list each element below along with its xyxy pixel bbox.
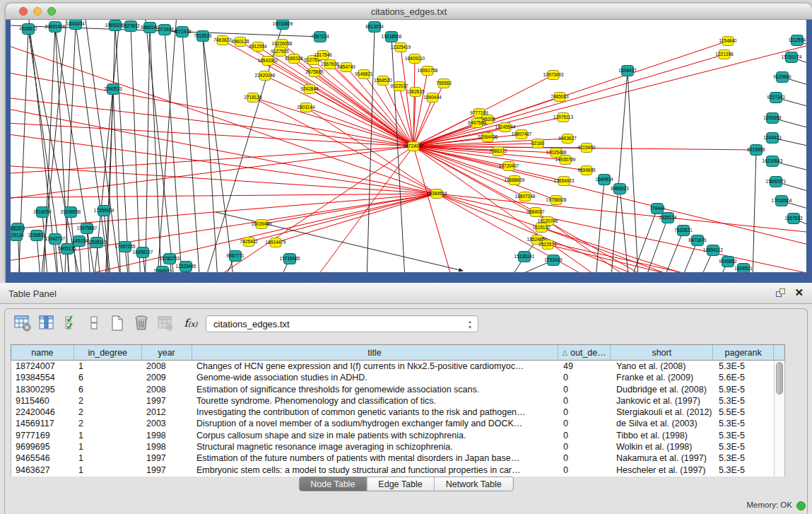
graph-node[interactable]: 9457771 [226, 251, 245, 262]
graph-node[interactable]: 9227343 [767, 93, 785, 103]
table-row[interactable]: 946554611997Estimation of the future num… [11, 452, 784, 464]
graph-node[interactable]: 15751074 [782, 52, 802, 63]
network-graph-svg[interactable]: 1872400719384554896012889129541822605891… [11, 20, 806, 272]
graph-node[interactable]: 7515526 [194, 31, 212, 42]
graph-node[interactable]: 12323445 [176, 262, 196, 272]
graph-node[interactable]: 1362615 [406, 88, 425, 97]
graph-node[interactable]: 1154840 [719, 37, 737, 46]
graph-node[interactable]: 1924501 [734, 264, 753, 273]
close-panel-icon[interactable]: ✕ [794, 286, 804, 299]
graph-node[interactable]: 16961758 [418, 66, 438, 76]
graph-node[interactable]: 1209358 [763, 113, 782, 124]
table-mode-button[interactable] [13, 314, 32, 332]
table-row[interactable]: 946362711997Embryonic stem cells: a mode… [11, 465, 784, 476]
graph-node[interactable]: 12975113 [553, 113, 574, 122]
graph-node[interactable]: 16543362 [258, 57, 278, 66]
table-selector-combobox[interactable]: citations_edges.txt ▲▼ [206, 315, 478, 332]
graph-node[interactable]: 9684067 [526, 208, 545, 217]
graph-node[interactable]: 10654112 [703, 245, 724, 256]
graph-node[interactable]: 1615132 [532, 223, 551, 233]
show-columns-button[interactable] [37, 314, 56, 332]
graph-node[interactable]: 129134 [11, 230, 24, 241]
graph-node[interactable]: 1167533 [785, 214, 803, 224]
graph-node[interactable]: 13654923 [554, 177, 575, 186]
graph-node[interactable]: 8958923 [611, 184, 629, 194]
column-header-pagerank[interactable]: pagerank [713, 345, 774, 360]
graph-node[interactable]: 18807248 [515, 192, 536, 201]
graph-node[interactable]: 7425402 [240, 238, 258, 247]
select-columns-button[interactable] [63, 314, 81, 332]
graph-node[interactable]: 6497568 [468, 119, 486, 128]
graph-node[interactable]: 16914479 [266, 238, 286, 247]
graph-node[interactable]: 2522574 [539, 240, 557, 250]
graph-node[interactable]: 19756928 [546, 196, 567, 205]
graph-node[interactable]: 1733426 [544, 255, 563, 266]
column-stack-button[interactable] [86, 314, 104, 332]
graph-node[interactable]: 4935572 [19, 24, 37, 35]
graph-node[interactable]: 9463627 [558, 134, 577, 144]
function-builder-button[interactable]: f(x) [182, 314, 200, 332]
tab-edge-table[interactable]: Edge Table [367, 477, 434, 491]
column-header-short[interactable]: short [611, 345, 713, 360]
table-row[interactable]: 1830029562008Estimation of significance … [11, 384, 784, 395]
table-row[interactable]: 911546021997Tourette syndrome. Phenomeno… [11, 395, 784, 407]
graph-node[interactable]: 4671938 [173, 27, 192, 37]
scrollbar-thumb[interactable] [776, 362, 783, 395]
graph-node[interactable]: 16210643 [763, 156, 783, 167]
graph-node[interactable]: 1244413 [763, 133, 782, 144]
graph-node[interactable]: 8215958 [747, 145, 765, 156]
column-header-title[interactable]: title [192, 345, 558, 360]
graph-node[interactable]: 1604437 [618, 66, 637, 76]
graph-node[interactable]: 19218506 [382, 32, 402, 42]
table-row[interactable]: 1456911722003Disruption of a novel membe… [11, 418, 784, 429]
graph-node[interactable]: 14935789 [555, 156, 576, 165]
graph-node[interactable]: 9146821 [355, 70, 373, 79]
graph-node[interactable]: 9245652 [719, 257, 737, 267]
table-row[interactable]: 1938455462009Genome-wide association stu… [11, 372, 784, 383]
graph-node[interactable]: 15720407 [499, 162, 519, 171]
window-titlebar[interactable]: citations_edges.txt [6, 4, 812, 20]
graph-node[interactable]: 1221398 [715, 50, 734, 59]
graph-node[interactable]: 10973493 [543, 71, 564, 80]
graph-node[interactable]: 1156803 [28, 230, 46, 241]
delete-table-button[interactable] [132, 314, 151, 332]
graph-node[interactable]: 17359924 [94, 206, 114, 216]
column-header-name[interactable]: name [11, 345, 74, 360]
graph-node[interactable]: 2935114 [659, 213, 677, 223]
graph-node[interactable]: 16409110 [405, 54, 425, 64]
graph-node[interactable]: 2094501 [153, 267, 172, 273]
tab-network-table[interactable]: Network Table [435, 477, 513, 491]
graph-node[interactable]: 17016504 [772, 196, 792, 206]
table-vertical-scrollbar[interactable] [774, 361, 784, 477]
tab-node-table[interactable]: Node Table [299, 477, 367, 491]
graph-node[interactable]: 8454749 [337, 63, 355, 72]
graph-node[interactable]: 16033809 [273, 20, 293, 30]
graph-node[interactable]: 16958107 [133, 247, 153, 258]
graph-node[interactable]: 15136141 [514, 252, 535, 262]
graph-node[interactable]: 10975887 [77, 223, 98, 234]
new-table-button[interactable] [108, 314, 126, 332]
table-row[interactable]: 1872400712008Changes of HCN gene express… [11, 361, 784, 372]
graph-node[interactable]: 8960128 [231, 37, 249, 47]
graph-node[interactable]: 9699695 [577, 166, 596, 175]
graph-node[interactable]: 62160 [531, 139, 544, 148]
graph-node[interactable]: 8186328 [285, 54, 303, 64]
table-row[interactable]: 977716911998Corpus callosum shape and si… [11, 430, 784, 441]
graph-node[interactable]: 10688609 [505, 176, 525, 185]
column-header-in_degree[interactable]: in_degree [74, 345, 142, 360]
graph-node[interactable]: 8912954 [249, 42, 267, 52]
graph-node[interactable]: 11325419 [391, 43, 411, 52]
graph-node[interactable]: 774444 [649, 204, 665, 214]
graph-node[interactable]: 8813054 [365, 22, 384, 33]
graph-node[interactable]: 20364436 [478, 133, 498, 142]
graph-node[interactable]: 16782753 [160, 254, 180, 264]
graph-node[interactable]: 15692971 [766, 177, 787, 187]
graph-node[interactable]: 10807487 [512, 130, 532, 139]
graph-node[interactable]: 15716485 [280, 254, 300, 264]
graph-node[interactable]: 16039489 [252, 220, 272, 229]
graph-node[interactable]: 1568520 [374, 76, 392, 86]
graph-node[interactable]: 2616050 [33, 207, 52, 218]
graph-node[interactable]: 9115460 [578, 144, 596, 153]
graph-node[interactable]: 8471676 [688, 235, 707, 246]
graph-node[interactable]: 1112554 [789, 35, 806, 46]
